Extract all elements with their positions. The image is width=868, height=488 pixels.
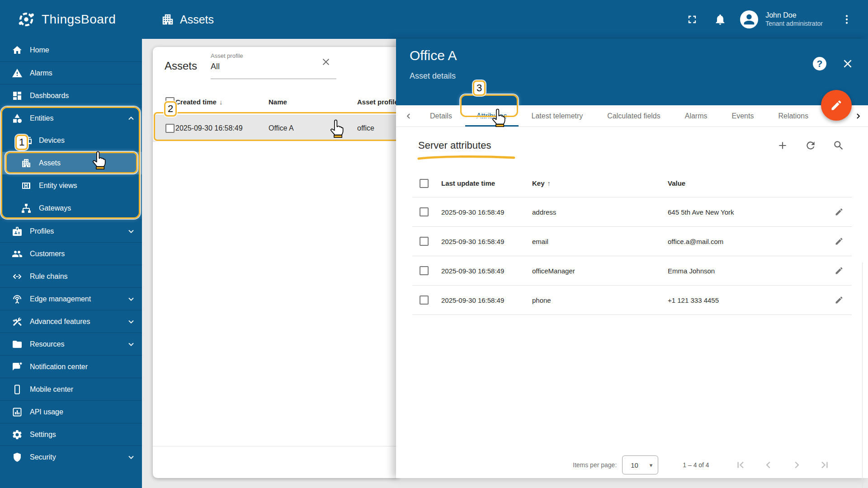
cell-time: 2025-09-30 16:58:49 — [441, 208, 532, 216]
tab-details[interactable]: Details — [418, 105, 464, 127]
cell-key: email — [532, 238, 668, 245]
sidebar-item-entities[interactable]: Entities — [0, 107, 142, 129]
asset-row-office-a[interactable]: 2025-09-30 16:58:49 Office A office — [153, 115, 400, 141]
sidebar-item-edge-management[interactable]: Edge management — [0, 287, 142, 310]
sidebar-item-advanced-features[interactable]: Advanced features — [0, 310, 142, 333]
topbar-actions: John Doe Tenant administrator — [686, 10, 868, 28]
sidebar-item-entity-views[interactable]: Entity views — [0, 174, 142, 197]
folder-icon — [12, 339, 23, 350]
person-icon — [741, 12, 757, 27]
badge-id-icon — [12, 226, 23, 237]
sidebar-item-settings[interactable]: Settings — [0, 423, 142, 446]
attributes-actions — [777, 140, 844, 151]
column-name[interactable]: Name — [269, 98, 357, 106]
add-attribute-icon[interactable] — [777, 140, 788, 151]
close-icon[interactable] — [842, 58, 854, 70]
refresh-icon[interactable] — [805, 140, 816, 151]
attribute-row-phone[interactable]: 2025-09-30 16:58:49 phone +1 121 333 445… — [412, 286, 852, 315]
devices-icon — [21, 135, 32, 146]
tab-calculated-fields[interactable]: Calculated fields — [595, 105, 672, 127]
tab-events[interactable]: Events — [720, 105, 766, 127]
edit-pencil-icon[interactable] — [835, 296, 844, 305]
sidebar-item-devices[interactable]: Devices — [0, 129, 142, 152]
search-icon[interactable] — [833, 140, 844, 151]
edit-pencil-icon[interactable] — [835, 266, 844, 275]
sidebar-item-security[interactable]: Security — [0, 446, 142, 468]
more-vert-icon[interactable] — [841, 14, 853, 25]
row-checkbox[interactable] — [420, 207, 429, 216]
page-range-label: 1 – 4 of 4 — [683, 461, 709, 469]
thingsboard-app: ThingsBoard Assets John Doe Tenant admin… — [0, 0, 868, 488]
tabs-scroll-right-icon[interactable] — [849, 105, 867, 127]
row-checkbox[interactable] — [420, 237, 429, 246]
tab-relations[interactable]: Relations — [766, 105, 821, 127]
cell-time: 2025-09-30 16:58:49 — [441, 238, 532, 245]
attribute-row-address[interactable]: 2025-09-30 16:58:49 address 645 5th Ave … — [412, 197, 852, 227]
sidebar-item-rule-chains[interactable]: Rule chains — [0, 265, 142, 287]
sort-desc-icon: ↓ — [219, 98, 223, 106]
annotation-underline — [417, 154, 516, 162]
page-size-value: 10 — [631, 461, 638, 469]
bar-chart-icon — [12, 407, 23, 418]
sidebar-item-alarms[interactable]: Alarms — [0, 61, 142, 84]
edit-fab-button[interactable] — [821, 90, 852, 121]
column-last-update-time[interactable]: Last update time — [441, 179, 532, 187]
first-page-icon[interactable] — [735, 459, 746, 471]
antenna-icon — [12, 294, 23, 305]
details-header: Office A Asset details ? — [396, 39, 868, 105]
sidebar-item-home[interactable]: Home — [0, 39, 142, 61]
edit-pencil-icon[interactable] — [835, 207, 844, 216]
sidebar-item-assets[interactable]: Assets — [0, 152, 142, 174]
page-title: Assets — [180, 13, 214, 26]
cell-key: phone — [532, 296, 668, 304]
sidebar-item-mobile-center[interactable]: Mobile center — [0, 378, 142, 400]
sidebar-item-dashboards[interactable]: Dashboards — [0, 84, 142, 107]
sidebar-item-customers[interactable]: Customers — [0, 242, 142, 265]
attribute-row-email[interactable]: 2025-09-30 16:58:49 email office.a@mail.… — [412, 227, 852, 256]
cell-name: Office A — [269, 124, 357, 132]
help-icon[interactable]: ? — [813, 57, 826, 70]
previous-page-icon[interactable] — [763, 459, 774, 471]
next-page-icon[interactable] — [791, 459, 802, 471]
page-size-select[interactable]: 10 ▾ — [622, 455, 658, 474]
asset-profile-filter[interactable]: Asset profile All — [211, 52, 337, 71]
row-checkbox[interactable] — [165, 124, 175, 133]
attributes-scope[interactable]: Server attributes — [418, 140, 491, 151]
details-title: Office A — [410, 48, 868, 63]
column-key[interactable]: Key↑ — [532, 179, 668, 187]
fullscreen-icon[interactable] — [686, 13, 698, 26]
assets-table-header: Created time↓ Name Asset profile — [153, 89, 400, 115]
sidebar-item-notification-center[interactable]: Notification center — [0, 355, 142, 378]
column-asset-profile[interactable]: Asset profile — [357, 98, 400, 106]
tab-attributes[interactable]: Attributes — [464, 105, 519, 127]
column-created-time[interactable]: Created time↓ — [175, 98, 269, 106]
cell-value: office.a@mail.com — [668, 238, 826, 245]
thingsboard-logo[interactable]: ThingsBoard — [0, 9, 142, 29]
user-role: Tenant administrator — [765, 20, 823, 28]
select-all-checkbox[interactable] — [165, 97, 175, 106]
sidebar-item-api-usage[interactable]: API usage — [0, 400, 142, 423]
people-icon — [12, 249, 23, 259]
user-avatar[interactable] — [740, 10, 758, 28]
sidebar-item-profiles[interactable]: Profiles — [0, 220, 142, 242]
view-quilt-icon — [21, 180, 32, 191]
notifications-bell-icon[interactable] — [714, 13, 726, 26]
column-value[interactable]: Value — [668, 179, 826, 187]
row-checkbox[interactable] — [420, 296, 429, 305]
top-toolbar: ThingsBoard Assets John Doe Tenant admin… — [0, 0, 868, 39]
last-page-icon[interactable] — [819, 459, 830, 471]
rule-chain-icon — [12, 271, 23, 282]
sidebar-item-gateways[interactable]: Gateways — [0, 197, 142, 220]
tabs-scroll-left-icon[interactable] — [400, 105, 418, 127]
cell-key: address — [532, 208, 668, 216]
row-checkbox[interactable] — [420, 266, 429, 275]
tab-latest-telemetry[interactable]: Latest telemetry — [519, 105, 595, 127]
gear-icon — [12, 429, 23, 440]
clear-filter-icon[interactable] — [321, 57, 331, 67]
divider — [153, 446, 400, 446]
edit-pencil-icon[interactable] — [835, 237, 844, 246]
sidebar-item-resources[interactable]: Resources — [0, 333, 142, 355]
select-all-checkbox[interactable] — [420, 179, 429, 188]
tab-alarms[interactable]: Alarms — [673, 105, 720, 127]
attribute-row-office-manager[interactable]: 2025-09-30 16:58:49 officeManager Emma J… — [412, 256, 852, 286]
